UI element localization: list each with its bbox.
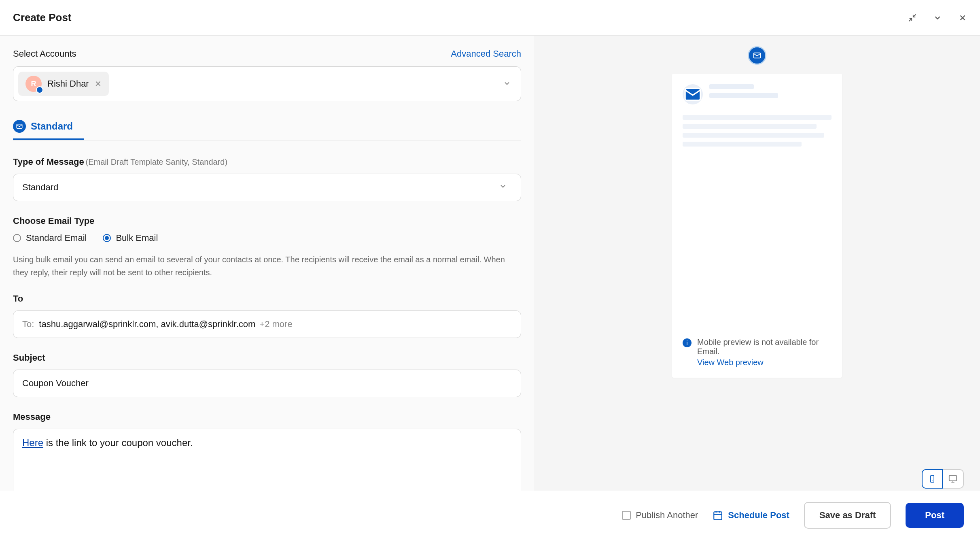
tab-standard[interactable]: Standard	[13, 114, 84, 140]
to-emails: tashu.aggarwal@sprinklr.com, avik.dutta@…	[39, 319, 255, 330]
preview-image-area	[672, 161, 842, 327]
collapse-icon[interactable]	[933, 13, 942, 22]
skeleton-line	[683, 115, 832, 120]
skeleton-line	[683, 133, 824, 138]
skeleton-line	[683, 124, 817, 129]
desktop-preview-button[interactable]	[943, 469, 964, 489]
notice-text-wrapper: Mobile preview is not available for Emai…	[697, 338, 832, 367]
type-of-message-sublabel: (Email Draft Template Sanity, Standard)	[86, 157, 228, 166]
subject-input[interactable]: Coupon Voucher	[13, 370, 521, 397]
mobile-preview-button[interactable]	[922, 469, 943, 489]
page-title: Create Post	[13, 11, 72, 24]
preview-card: i Mobile preview is not available for Em…	[672, 74, 842, 378]
svg-rect-10	[714, 512, 722, 520]
type-of-message-label: Type of Message	[13, 157, 84, 167]
form-pane: Select Accounts Advanced Search R Rishi …	[0, 36, 534, 505]
radio-unchecked-icon	[13, 234, 21, 242]
avatar-initial: R	[31, 80, 36, 88]
message-text: is the link to your coupon voucher.	[43, 437, 193, 448]
account-chip: R Rishi Dhar ✕	[18, 72, 109, 96]
header-bar: Create Post	[0, 0, 980, 36]
type-of-message-label-row: Type of Message (Email Draft Template Sa…	[13, 157, 521, 167]
to-more-count[interactable]: +2 more	[259, 319, 292, 330]
view-web-preview-link[interactable]: View Web preview	[697, 358, 832, 367]
preview-channel-icon	[748, 46, 766, 65]
skeleton-line	[683, 142, 802, 147]
tabs: Standard	[13, 114, 521, 140]
bulk-email-helper: Using bulk email you can send an email t…	[13, 253, 521, 279]
svg-rect-4	[685, 88, 700, 100]
to-label: To	[13, 293, 521, 304]
publish-another-label: Publish Another	[636, 510, 698, 521]
subject-label: Subject	[13, 353, 521, 363]
skeleton-line	[709, 93, 778, 98]
save-as-draft-button[interactable]: Save as Draft	[804, 502, 891, 529]
publish-another-checkbox[interactable]: Publish Another	[622, 510, 698, 521]
mobile-preview-notice: Mobile preview is not available for Emai…	[697, 338, 819, 356]
email-type-radio-group: Standard Email Bulk Email	[13, 233, 521, 243]
chevron-down-icon	[499, 182, 512, 193]
schedule-post-label: Schedule Post	[728, 510, 789, 521]
schedule-post-button[interactable]: Schedule Post	[713, 510, 789, 521]
account-name: Rishi Dhar	[47, 79, 89, 89]
type-of-message-field: Type of Message (Email Draft Template Sa…	[13, 157, 521, 201]
choose-email-type-label: Choose Email Type	[13, 216, 521, 226]
advanced-search-link[interactable]: Advanced Search	[451, 49, 521, 59]
to-input[interactable]: To: tashu.aggarwal@sprinklr.com, avik.du…	[13, 310, 521, 338]
footer-bar: Publish Another Schedule Post Save as Dr…	[0, 491, 980, 540]
radio-standard-label: Standard Email	[26, 233, 87, 243]
email-type-field: Choose Email Type Standard Email Bulk Em…	[13, 216, 521, 279]
message-label: Message	[13, 412, 521, 422]
preview-avatar-placeholder	[683, 84, 703, 104]
checkbox-unchecked-icon	[622, 511, 631, 520]
remove-account-icon[interactable]: ✕	[95, 79, 102, 89]
message-link[interactable]: Here	[22, 437, 43, 448]
accounts-select[interactable]: R Rishi Dhar ✕	[13, 66, 521, 101]
to-field: To To: tashu.aggarwal@sprinklr.com, avik…	[13, 293, 521, 338]
type-of-message-select[interactable]: Standard	[13, 174, 521, 201]
preview-notice: i Mobile preview is not available for Em…	[672, 327, 842, 378]
svg-rect-5	[931, 476, 934, 483]
minimize-icon[interactable]	[908, 13, 917, 22]
select-accounts-label: Select Accounts	[13, 49, 76, 59]
svg-rect-7	[949, 476, 957, 481]
avatar-channel-badge	[36, 86, 43, 94]
post-button[interactable]: Post	[906, 503, 964, 528]
main-content: Select Accounts Advanced Search R Rishi …	[0, 36, 980, 505]
preview-skeleton-header	[672, 74, 842, 115]
preview-skeleton-body	[672, 115, 842, 161]
close-icon[interactable]	[958, 13, 967, 22]
radio-standard-email[interactable]: Standard Email	[13, 233, 87, 243]
accounts-header: Select Accounts Advanced Search	[13, 49, 521, 59]
info-icon: i	[683, 338, 692, 347]
header-actions	[908, 13, 967, 22]
type-of-message-value: Standard	[22, 182, 58, 193]
mail-icon	[13, 120, 26, 133]
radio-checked-icon	[103, 234, 111, 242]
preview-pane: i Mobile preview is not available for Em…	[534, 36, 980, 505]
chevron-down-icon[interactable]	[503, 79, 516, 89]
avatar: R	[25, 76, 42, 92]
radio-bulk-label: Bulk Email	[116, 233, 158, 243]
subject-field: Subject Coupon Voucher	[13, 353, 521, 397]
radio-bulk-email[interactable]: Bulk Email	[103, 233, 158, 243]
to-prefix: To:	[22, 319, 34, 330]
tab-label: Standard	[31, 121, 73, 132]
device-toggle	[922, 469, 964, 489]
subject-value: Coupon Voucher	[22, 378, 89, 389]
skeleton-line	[709, 84, 754, 89]
